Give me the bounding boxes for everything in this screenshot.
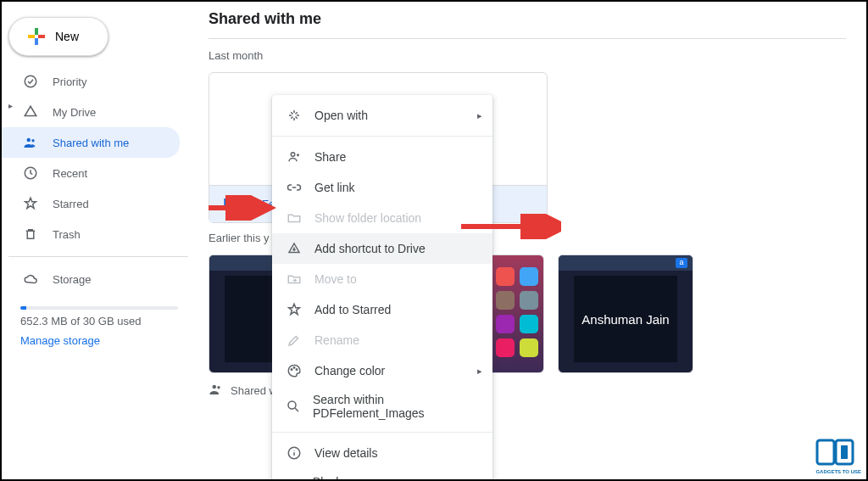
sidebar-item-my-drive[interactable]: My Drive: [2, 97, 180, 127]
storage-section: 652.3 MB of 30 GB used Manage storage: [2, 294, 188, 347]
menu-get-link[interactable]: Get link: [272, 172, 492, 203]
menu-label: Block wswzy462653177@gmail.com: [313, 475, 479, 481]
app-icon: [496, 338, 515, 357]
watermark-logo: GADGETS TO USE: [815, 439, 861, 474]
svg-point-11: [296, 369, 298, 371]
sidebar-item-label: Shared with me: [53, 137, 129, 149]
priority-icon: [22, 73, 39, 90]
svg-point-12: [288, 401, 296, 409]
svg-point-6: [213, 385, 217, 389]
app-icon: [520, 291, 538, 310]
sidebar-item-shared-with-me[interactable]: Shared with me: [2, 127, 180, 158]
annotation-arrow-left: [209, 195, 276, 224]
page-title: Shared with me: [209, 10, 846, 39]
svg-rect-19: [841, 445, 848, 459]
divider: [8, 256, 188, 257]
recent-icon: [22, 165, 39, 182]
storage-fill: [20, 306, 26, 310]
menu-label: View details: [314, 446, 377, 460]
star-icon: [286, 301, 303, 318]
sidebar-item-label: Recent: [53, 167, 87, 180]
storage-bar: [20, 306, 178, 310]
shared-icon: [209, 382, 224, 400]
palette-icon: [286, 362, 303, 379]
menu-label: Add to Starred: [314, 303, 391, 316]
menu-rename: Rename: [272, 325, 492, 355]
menu-label: Search within PDFelement_Images: [313, 393, 479, 420]
cloud-icon: [22, 271, 39, 288]
thumb-topbar: a: [559, 255, 693, 271]
shared-icon: [22, 134, 39, 151]
thumb-label: Anshuman Jain: [574, 276, 677, 362]
svg-point-10: [293, 367, 295, 369]
app-icon: [520, 315, 538, 333]
storage-used-text: 652.3 MB of 30 GB used: [20, 315, 178, 327]
drive-shortcut-icon: [286, 240, 303, 257]
move-icon: [286, 271, 303, 288]
sidebar-item-storage[interactable]: Storage: [2, 264, 180, 294]
menu-label: Rename: [314, 333, 359, 347]
menu-search-within[interactable]: Search within PDFelement_Images: [272, 386, 492, 427]
person-add-icon: [286, 148, 303, 165]
menu-label: Add shortcut to Drive: [314, 242, 426, 255]
file-thumbnail[interactable]: a Anshuman Jain: [558, 254, 693, 373]
new-button[interactable]: New: [8, 17, 108, 56]
svg-point-7: [217, 386, 220, 389]
sidebar-item-recent[interactable]: Recent: [2, 158, 180, 188]
svg-point-1: [27, 138, 31, 143]
menu-change-color[interactable]: Change color ▸: [272, 355, 492, 386]
app-icon: [496, 291, 515, 310]
section-last-month: Last month: [209, 49, 846, 62]
menu-open-with[interactable]: Open with ▸: [272, 100, 492, 131]
expand-triangle-icon[interactable]: ▸: [8, 101, 13, 110]
menu-label: Change color: [314, 364, 385, 378]
pencil-icon: [286, 332, 303, 349]
sidebar: New ▸ Priority My Drive Shared with me R…: [2, 2, 188, 479]
menu-label: Open with: [314, 109, 368, 122]
menu-label: Show folder location: [314, 211, 421, 225]
storage-label: Storage: [53, 273, 92, 286]
svg-point-2: [31, 139, 34, 142]
svg-point-0: [25, 76, 36, 87]
chevron-right-icon: ▸: [477, 366, 482, 377]
divider: [272, 136, 492, 137]
new-button-label: New: [55, 30, 79, 43]
sidebar-item-label: Priority: [53, 76, 86, 88]
link-icon: [286, 179, 303, 196]
app-icon: [520, 338, 538, 357]
info-icon: [286, 445, 303, 461]
plus-icon: [26, 26, 47, 47]
manage-storage-link[interactable]: Manage storage: [20, 334, 178, 347]
svg-point-8: [291, 153, 295, 157]
divider: [272, 432, 492, 433]
app-icon: [520, 267, 538, 286]
watermark-text: GADGETS TO USE: [815, 469, 861, 474]
menu-add-to-starred[interactable]: Add to Starred: [272, 294, 492, 325]
search-icon: [286, 398, 301, 415]
open-with-icon: [286, 107, 303, 124]
app-icon: [496, 267, 515, 286]
menu-move-to: Move to: [272, 264, 492, 294]
svg-rect-17: [817, 440, 834, 464]
menu-block-user[interactable]: Block wswzy462653177@gmail.com: [272, 468, 492, 481]
sidebar-item-label: Starred: [53, 198, 89, 210]
sidebar-item-priority[interactable]: Priority: [2, 66, 180, 97]
sidebar-item-trash[interactable]: Trash: [2, 219, 180, 249]
sidebar-item-label: Trash: [53, 228, 81, 241]
menu-label: Move to: [314, 272, 357, 286]
shared-footer-text: Shared w: [231, 384, 277, 397]
folder-icon: [286, 210, 303, 227]
sidebar-item-starred[interactable]: Starred: [2, 188, 180, 219]
trash-icon: [22, 226, 39, 243]
drive-icon: [22, 103, 39, 120]
menu-label: Get link: [314, 181, 354, 194]
svg-point-9: [291, 369, 292, 371]
context-menu: Open with ▸ Share Get link Show folder l…: [272, 95, 492, 481]
star-icon: [22, 195, 39, 212]
menu-share[interactable]: Share: [272, 142, 492, 172]
app-icon: [496, 315, 515, 333]
sidebar-item-label: My Drive: [53, 106, 96, 119]
chevron-right-icon: ▸: [477, 110, 482, 121]
menu-label: Share: [314, 150, 346, 164]
menu-view-details[interactable]: View details: [272, 438, 492, 468]
